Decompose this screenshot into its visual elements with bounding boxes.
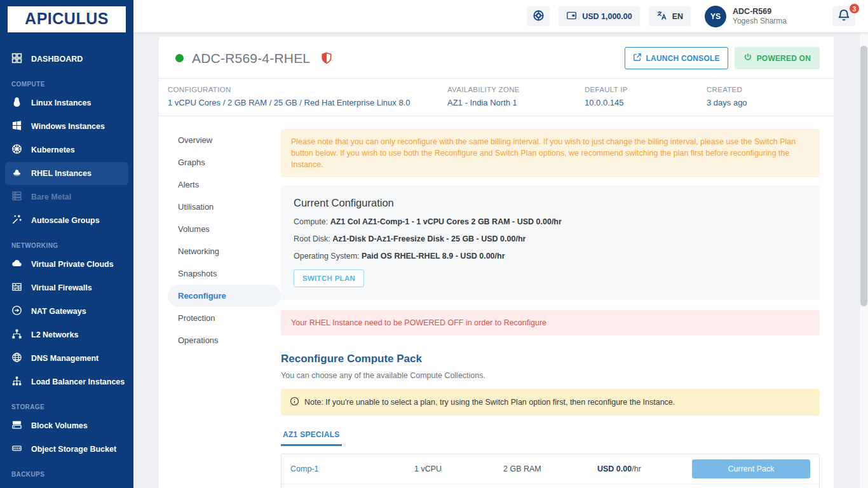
launch-console-button[interactable]: LAUNCH CONSOLE (625, 47, 728, 69)
tab-graphs[interactable]: Graphs (168, 151, 281, 173)
sidebar-item-label: DASHBOARD (31, 55, 83, 64)
power-state-button[interactable]: POWERED ON (735, 47, 820, 69)
wallet-balance-button[interactable]: USD 1,000.00 (559, 6, 640, 26)
sidebar-item-windows-instances[interactable]: Windows Instances (5, 115, 128, 138)
sidebar-item-load-balancer-instances[interactable]: Load Balancer Instances (5, 370, 128, 393)
pack-price: USD 0.00/hr (597, 464, 692, 473)
tab-operations[interactable]: Operations (168, 329, 281, 351)
brand-logo[interactable]: APICULUS (8, 6, 126, 32)
sidebar-item-label: Linux Instances (31, 98, 91, 107)
sidebar-item-autoscale-groups[interactable]: Autoscale Groups (5, 209, 128, 232)
redhat-icon (11, 167, 22, 180)
wallet-balance: USD 1,000.00 (582, 12, 632, 21)
avatar: YS (705, 6, 726, 27)
sidebar-item-bare-metal[interactable]: Bare Metal (5, 186, 128, 208)
tab-reconfigure[interactable]: Reconfigure (168, 285, 281, 307)
account-id: ADC-R569 (733, 7, 787, 16)
sidebar-item-label: Load Balancer Instances (31, 377, 125, 386)
penguin-icon (11, 97, 22, 109)
sidebar-item-l2-networks[interactable]: L2 Networks (5, 323, 128, 346)
protection-shield-icon (320, 51, 333, 65)
sidebar-item-dashboard[interactable]: DASHBOARD (5, 48, 128, 71)
os-config-row: Operating System: Paid OS RHEL-RHEL 8.9 … (294, 252, 807, 261)
created-value: 3 days ago (707, 98, 747, 107)
switch-plan-button[interactable]: SWITCH PLAN (294, 269, 364, 287)
availability-zone-value: AZ1 - India North 1 (447, 98, 585, 107)
tab-az1-specials[interactable]: AZ1 SPECIALS (281, 430, 342, 446)
current-configuration-title: Current Configuration (294, 197, 807, 209)
pack-ram: 2 GB RAM (503, 464, 597, 473)
sidebar-item-label: Block Volumes (31, 421, 88, 430)
sidebar-item-label: NAT Gateways (31, 307, 86, 316)
sidebar-item-instance-protection[interactable]: Instance Protection (5, 482, 128, 488)
sidebar-item-kubernetes[interactable]: Kubernetes (5, 139, 128, 161)
availability-zone-label: AVAILABILITY ZONE (447, 86, 585, 93)
sidebar-item-object-storage-bucket[interactable]: Object Storage Bucket (5, 438, 128, 461)
translate-icon (656, 10, 667, 23)
globe-icon (11, 352, 22, 365)
configuration-label: CONFIGURATION (168, 86, 447, 93)
current-configuration-panel: Current Configuration Compute: AZ1 Col A… (281, 186, 820, 300)
table-row: 2C4 2 vCPU 4 GB RAM USD 0.00/hr Select P… (281, 484, 819, 488)
compute-config-row: Compute: AZ1 Col AZ1-Comp-1 - 1 vCPU Cor… (294, 217, 807, 226)
pack-name-link[interactable]: Comp-1 (290, 464, 414, 473)
topbar: USD 1,000.00 EN YS ADC-R569 Yogesh Sharm… (133, 0, 868, 33)
brand-logo-text: APICULUS (25, 10, 109, 28)
main-content: ADC-R569-4-RHEL LAUNCH CONSOLE POWERED O… (133, 33, 859, 488)
instance-meta-row: CONFIGURATION 1 vCPU Cores / 2 GB RAM / … (159, 78, 834, 116)
billing-interval-notice: Please note that you can only reconfigur… (281, 129, 820, 177)
sidebar-item-label: RHEL Instances (31, 169, 92, 178)
sidebar-section-networking: NETWORKING (0, 233, 133, 252)
dashboard-icon (11, 53, 22, 65)
notifications-button[interactable]: 3 (832, 6, 855, 26)
current-pack-button[interactable]: Current Pack (692, 459, 810, 478)
table-row: Comp-1 1 vCPU 2 GB RAM USD 0.00/hr Curre… (281, 454, 819, 484)
instance-name: ADC-R569-4-RHEL (192, 51, 310, 66)
sidebar-item-label: DNS Management (31, 354, 98, 363)
sidebar-item-nat-gateways[interactable]: NAT Gateways (5, 300, 128, 323)
sidebar-item-dns-management[interactable]: DNS Management (5, 347, 128, 370)
sidebar-item-rhel-instances[interactable]: RHEL Instances (5, 162, 128, 185)
sidebar-section-storage: STORAGE (0, 394, 133, 414)
globe-lifebuoy-icon (532, 10, 545, 24)
sidebar-item-label: Object Storage Bucket (31, 445, 116, 454)
sidebar-item-virtual-private-clouds[interactable]: Virtual Private Clouds (5, 253, 128, 276)
sidebar-item-block-volumes[interactable]: Block Volumes (5, 414, 128, 437)
wallet-icon (566, 10, 577, 23)
sidebar-item-label: Bare Metal (31, 193, 71, 201)
tab-networking[interactable]: Networking (168, 240, 281, 262)
page-scrollbar[interactable] (859, 33, 868, 488)
cloud-icon (11, 258, 22, 271)
tab-utilisation[interactable]: Utilisation (168, 196, 281, 218)
tab-alerts[interactable]: Alerts (168, 173, 281, 196)
powered-off-warning: Your RHEL Instance need to be POWERED OF… (281, 310, 820, 336)
tab-volumes[interactable]: Volumes (168, 218, 281, 240)
support-globe-button[interactable] (527, 6, 550, 26)
sidebar-item-label: Autoscale Groups (31, 216, 100, 225)
tab-snapshots[interactable]: Snapshots (168, 262, 281, 285)
sidebar-item-linux-instances[interactable]: Linux Instances (5, 92, 128, 114)
sidebar-section-backups: BACKUPS (0, 461, 133, 481)
user-menu[interactable]: YS ADC-R569 Yogesh Sharma (705, 6, 787, 27)
instance-tabs: Overview Graphs Alerts Utilisation Volum… (168, 129, 281, 488)
sidebar-item-label: Kubernetes (31, 146, 75, 154)
configuration-value: 1 vCPU Cores / 2 GB RAM / 25 GB / Red Ha… (168, 98, 447, 107)
firewall-icon (11, 281, 22, 294)
load-balancer-icon (11, 376, 22, 388)
instance-card: ADC-R569-4-RHEL LAUNCH CONSOLE POWERED O… (159, 37, 834, 488)
compute-pack-table: Comp-1 1 vCPU 2 GB RAM USD 0.00/hr Curre… (281, 454, 820, 488)
power-icon (743, 53, 752, 64)
scrollbar-thumb[interactable] (860, 46, 867, 306)
reconfigure-compute-pack-title: Reconfigure Compute Pack (281, 353, 820, 365)
created-label: CREATED (707, 86, 747, 93)
sidebar-item-label: L2 Networks (31, 330, 78, 339)
language-selector[interactable]: EN (649, 6, 691, 26)
sidebar-item-label: Virtual Private Clouds (31, 260, 114, 269)
root-disk-config-row: Root Disk: Az1-Disk D-Az1-Freesize Disk … (294, 234, 807, 243)
bucket-icon (11, 443, 22, 456)
reconfigure-compute-pack-subtitle: You can choose any of the available Comp… (281, 371, 820, 380)
tab-protection[interactable]: Protection (168, 307, 281, 329)
switch-plan-note: Note: If you're unable to select a plan,… (281, 389, 820, 416)
tab-overview[interactable]: Overview (168, 129, 281, 151)
sidebar-item-virtual-firewalls[interactable]: Virtual Firewalls (5, 276, 128, 299)
